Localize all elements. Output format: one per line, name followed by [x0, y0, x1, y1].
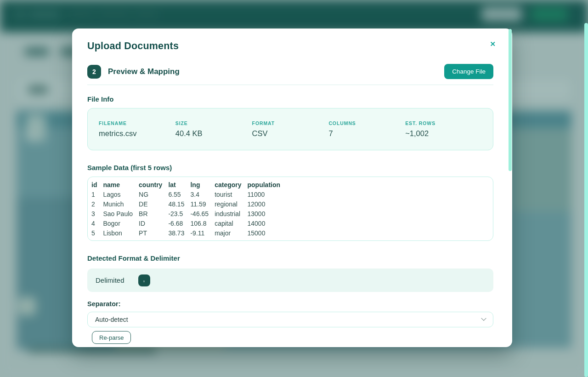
table-row: 5 Lisbon PT 38.73 -9.11 major 15000 — [91, 228, 286, 238]
sample-data-heading: Sample Data (first 5 rows) — [87, 164, 493, 171]
close-icon[interactable]: ✕ — [490, 40, 496, 47]
file-info-field: EST. ROWS ~1,002 — [405, 120, 482, 138]
table-row: 2 Munich DE 48.15 11.59 regional 12000 — [91, 199, 286, 209]
detected-delimiter-bar: Delimited , — [87, 268, 493, 292]
format-label: FORMAT — [252, 120, 329, 126]
column-header: population — [248, 180, 287, 189]
size-value: 40.4 KB — [175, 129, 252, 138]
table-header-row: id name country lat lng category populat… — [91, 180, 286, 189]
step-title: Preview & Mapping — [108, 67, 444, 76]
columns-label: COLUMNS — [328, 120, 405, 126]
format-value: CSV — [252, 129, 329, 138]
file-info-card: FILENAME metrics.csv SIZE 40.4 KB FORMAT… — [87, 108, 493, 150]
separator-select[interactable]: Auto-detect — [87, 312, 493, 327]
est-rows-value: ~1,002 — [405, 129, 482, 138]
file-info-field: SIZE 40.4 KB — [175, 120, 252, 138]
page-scrollbar[interactable] — [584, 23, 588, 377]
modal-scrollbar[interactable] — [509, 29, 512, 171]
column-header: lng — [190, 180, 215, 189]
step-number-badge: 2 — [87, 65, 101, 79]
reparse-button[interactable]: Re-parse — [92, 331, 131, 344]
divider — [87, 85, 493, 85]
detected-format-heading: Detected Format & Delimiter — [87, 254, 493, 262]
filename-label: FILENAME — [99, 120, 175, 126]
table-row: 3 Sao Paulo BR -23.5 -46.65 industrial 1… — [91, 209, 286, 218]
column-header: country — [139, 180, 168, 189]
file-info-field: FORMAT CSV — [252, 120, 329, 138]
file-info-field: FILENAME metrics.csv — [99, 120, 175, 138]
size-label: SIZE — [175, 120, 252, 126]
chevron-down-icon — [481, 316, 486, 321]
sample-data-table: id name country lat lng category populat… — [91, 180, 286, 238]
sample-data-table-card: id name country lat lng category populat… — [87, 177, 493, 241]
column-header: id — [91, 180, 103, 189]
column-header: lat — [168, 180, 190, 189]
change-file-button[interactable]: Change File — [444, 64, 493, 79]
column-header: name — [103, 180, 139, 189]
separator-label: Separator: — [87, 300, 493, 308]
delimited-label: Delimited — [96, 276, 124, 284]
column-header: category — [215, 180, 247, 189]
upload-documents-modal: ✕ Upload Documents 2 Preview & Mapping C… — [72, 29, 512, 347]
delimiter-badge: , — [138, 274, 150, 286]
file-info-heading: File Info — [87, 95, 493, 103]
columns-value: 7 — [328, 129, 405, 138]
est-rows-label: EST. ROWS — [405, 120, 482, 126]
table-row: 1 Lagos NG 6.55 3.4 tourist 11000 — [91, 189, 286, 199]
separator-select-value: Auto-detect — [95, 316, 482, 323]
file-info-field: COLUMNS 7 — [328, 120, 405, 138]
table-row: 4 Bogor ID -6.68 106.8 capital 14000 — [91, 218, 286, 228]
modal-title: Upload Documents — [87, 40, 493, 52]
step-header: 2 Preview & Mapping Change File — [87, 64, 493, 79]
filename-value: metrics.csv — [99, 129, 175, 138]
